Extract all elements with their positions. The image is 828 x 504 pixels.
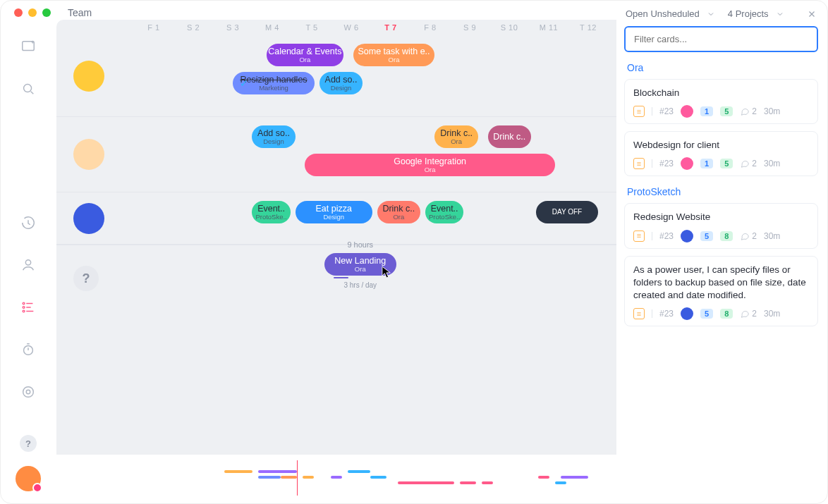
donut-button[interactable] <box>14 378 42 406</box>
comments-count[interactable]: 2 <box>740 106 757 116</box>
playhead-indicator[interactable] <box>297 460 298 496</box>
date-cell[interactable]: S 9 <box>450 23 489 32</box>
task-title: Eat pizza <box>316 204 352 214</box>
minimap-bar <box>460 481 477 484</box>
donut-icon <box>20 384 36 400</box>
task-pill[interactable]: Google IntegrationOra <box>305 154 555 176</box>
date-cell[interactable]: M 11 <box>529 23 568 32</box>
date-cell[interactable]: T 7 <box>371 23 410 32</box>
minimap[interactable] <box>56 460 616 496</box>
lane-avatar[interactable]: ? <box>73 266 99 291</box>
svg-point-6 <box>24 346 33 355</box>
task-pill[interactable]: Calendar & EventsOra <box>267 44 343 66</box>
filter-cards-input[interactable] <box>624 26 818 52</box>
date-cell[interactable]: F 1 <box>134 23 173 32</box>
timeline-icon <box>20 300 36 315</box>
assignee-avatar[interactable] <box>681 157 693 170</box>
task-rate-label: 3 hrs / day <box>343 281 377 289</box>
card[interactable]: Webdesign for client#2315230m <box>624 131 818 176</box>
minimap-bar <box>538 476 549 479</box>
stopwatch-icon <box>20 342 36 357</box>
minimap-bar <box>561 476 589 479</box>
card-meta: #2358230m <box>633 230 809 242</box>
date-cell[interactable]: T 5 <box>292 23 331 32</box>
open-filter-dropdown[interactable]: Open Unsheduled <box>626 8 700 19</box>
group-title: Ora <box>627 62 818 73</box>
comments-count[interactable]: 2 <box>740 309 757 319</box>
timeline-button[interactable] <box>14 293 42 321</box>
task-subtitle: ProtoSke.. <box>429 214 460 221</box>
task-pill[interactable]: Drink c..Ora <box>377 201 420 223</box>
date-cell[interactable]: S 2 <box>173 23 213 32</box>
time-icon <box>20 215 36 231</box>
lane-avatar[interactable] <box>73 61 104 92</box>
task-pill[interactable]: ✓Resizign handlesMarketing <box>233 72 315 94</box>
lane: Add so..DesignDrink c..OraDrink c..Googl… <box>56 117 616 192</box>
timeline-canvas[interactable]: F 1S 2S 3M 4T 5W 6T 7F 8S 9S 10M 11T 12 … <box>56 20 616 455</box>
lane-avatar[interactable] <box>73 139 104 170</box>
task-pill[interactable]: Drink c..Ora <box>434 125 477 148</box>
task-title: Some task with e.. <box>358 47 430 56</box>
date-cell[interactable]: S 3 <box>213 23 252 32</box>
task-subtitle: Design <box>263 138 284 145</box>
card-time: 30m <box>764 106 780 116</box>
card-type-icon <box>633 308 645 319</box>
task-title: Resizign handles <box>240 75 307 85</box>
assignee-avatar[interactable] <box>681 307 693 320</box>
lane: ?New LandingOra9 hours3 hrs / day <box>56 245 616 428</box>
add-button[interactable] <box>14 32 42 61</box>
task-pill[interactable]: Event..ProtoSke.. <box>425 201 464 223</box>
help-button[interactable]: ? <box>20 435 37 452</box>
minimap-bar <box>281 476 298 479</box>
card[interactable]: Blockchain#2315230m <box>624 79 818 124</box>
time-button[interactable] <box>14 209 42 237</box>
assignee-avatar[interactable] <box>681 105 693 118</box>
lane: Calendar & EventsOraSome task with e..Or… <box>56 35 616 117</box>
chip: 5 <box>700 309 713 319</box>
search-button[interactable] <box>14 75 42 103</box>
date-cell[interactable]: F 8 <box>410 23 450 32</box>
svg-point-3 <box>23 302 25 305</box>
svg-point-8 <box>26 390 30 394</box>
task-title: Event.. <box>431 204 458 214</box>
close-window-dot[interactable] <box>14 8 23 17</box>
current-user-avatar[interactable] <box>16 466 41 491</box>
task-title: DAY OFF <box>552 209 582 216</box>
task-pill[interactable]: Add so..Design <box>252 125 295 148</box>
chevron-down-icon <box>707 10 715 18</box>
minimap-bar <box>258 470 298 473</box>
task-title: Drink c.. <box>440 129 473 138</box>
task-pill[interactable]: Some task with e..Ora <box>353 44 435 66</box>
assignee-avatar[interactable] <box>681 230 693 242</box>
projects-dropdown[interactable]: 4 Projects <box>728 8 769 19</box>
comments-count[interactable]: 2 <box>740 159 757 168</box>
task-subtitle: Ora <box>389 56 400 63</box>
date-cell[interactable]: S 10 <box>489 23 529 32</box>
svg-point-1 <box>24 85 32 92</box>
lane: Event..ProtoSke..Eat pizzaDesignDrink c.… <box>56 192 616 245</box>
profile-button[interactable] <box>14 251 42 279</box>
date-cell[interactable]: M 4 <box>252 23 292 32</box>
task-pill[interactable]: Event..ProtoSke.. <box>252 201 291 223</box>
minimize-window-dot[interactable] <box>28 8 37 17</box>
card[interactable]: Redesign Website#2358230m <box>624 203 818 248</box>
task-pill[interactable]: DAY OFF <box>536 201 599 223</box>
close-icon[interactable] <box>807 9 817 19</box>
comments-count[interactable]: 2 <box>740 231 757 241</box>
card-type-icon <box>633 106 645 117</box>
stopwatch-button[interactable] <box>14 336 42 364</box>
chip: 8 <box>720 309 733 319</box>
date-cell[interactable]: W 6 <box>331 23 371 32</box>
minimap-bar <box>370 476 387 479</box>
lane-avatar[interactable] <box>73 203 104 234</box>
task-pill[interactable]: Drink c.. <box>488 125 531 148</box>
cursor-icon <box>382 266 391 278</box>
card[interactable]: As a power user, I can specify files or … <box>624 256 818 327</box>
task-pill[interactable]: Eat pizzaDesign <box>296 201 372 223</box>
maximize-window-dot[interactable] <box>42 8 51 17</box>
card-meta: #2315230m <box>633 157 809 170</box>
task-duration-label: 9 hours <box>347 240 373 249</box>
card-type-icon <box>633 158 645 169</box>
task-pill[interactable]: Add so..Design <box>319 72 363 94</box>
date-cell[interactable]: T 12 <box>568 23 608 32</box>
